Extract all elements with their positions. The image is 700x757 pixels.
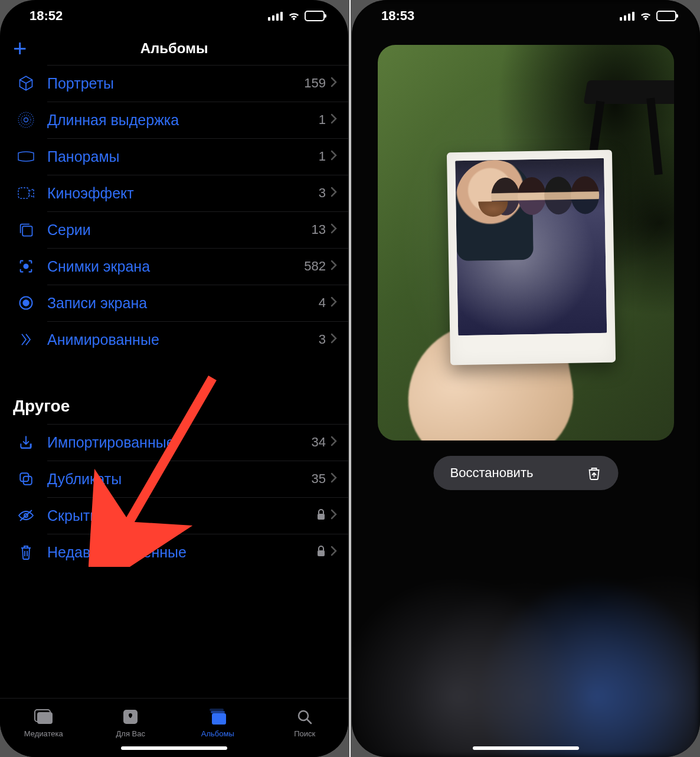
chevron-right-icon	[331, 113, 338, 126]
row-count: 582	[304, 259, 326, 274]
svg-rect-7	[18, 188, 29, 198]
target-icon	[13, 112, 39, 128]
panorama-icon	[13, 151, 39, 162]
row-long-exposure[interactable]: Длинная выдержка 1	[0, 102, 348, 138]
svg-rect-13	[20, 473, 28, 481]
chevron-right-icon	[331, 187, 338, 200]
home-indicator[interactable]	[473, 746, 579, 750]
add-album-button[interactable]: +	[13, 37, 27, 60]
row-count: 1	[319, 149, 326, 164]
svg-rect-28	[632, 12, 634, 21]
row-label: Длинная выдержка	[39, 112, 319, 129]
svg-rect-16	[318, 550, 325, 556]
svg-rect-26	[624, 15, 626, 21]
chevron-right-icon	[331, 509, 338, 522]
row-label: Анимированные	[39, 331, 319, 348]
lock-icon	[316, 508, 326, 523]
svg-rect-15	[318, 514, 325, 520]
chevron-right-icon	[331, 260, 338, 273]
cellular-icon	[268, 11, 283, 21]
row-label: Записи экрана	[39, 295, 319, 312]
wifi-icon	[287, 11, 301, 21]
tab-label: Медиатека	[24, 729, 63, 738]
row-hidden[interactable]: Скрытые	[0, 497, 348, 534]
cube-icon	[13, 75, 39, 92]
home-indicator[interactable]	[121, 746, 227, 750]
svg-rect-22	[211, 711, 225, 713]
download-icon	[13, 435, 39, 450]
row-screenshots[interactable]: Снимки экрана 582	[0, 248, 348, 285]
record-icon	[13, 295, 39, 311]
battery-percent: 57	[310, 12, 319, 21]
svg-rect-0	[268, 17, 270, 21]
albums-icon	[208, 707, 227, 727]
animated-icon	[13, 331, 39, 348]
capture-icon	[13, 258, 39, 275]
tab-label: Для Вас	[116, 729, 145, 738]
row-recently-deleted[interactable]: Недавно удаленные	[0, 534, 348, 570]
deleted-photo-preview[interactable]	[378, 45, 674, 441]
svg-rect-21	[212, 713, 226, 725]
row-screen-recordings[interactable]: Записи экрана 4	[0, 285, 348, 321]
restore-label: Восстановить	[450, 465, 534, 481]
svg-point-6	[18, 112, 34, 128]
row-panoramas[interactable]: Панорамы 1	[0, 138, 348, 175]
row-label: Портреты	[39, 75, 304, 92]
row-count: 3	[319, 332, 326, 347]
svg-rect-23	[210, 709, 224, 711]
section-other-header: Другое	[0, 380, 348, 424]
phone-right-photo-preview: 18:53 Восстановить	[352, 0, 700, 757]
page-title: Альбомы	[140, 40, 208, 57]
duplicate-icon	[13, 471, 39, 487]
row-label: Скрытые	[39, 507, 316, 524]
row-cinematic[interactable]: Киноэффект 3	[0, 175, 348, 211]
video-icon	[13, 187, 39, 200]
tab-label: Поиск	[294, 729, 315, 738]
row-count: 4	[319, 295, 326, 311]
svg-point-9	[24, 265, 28, 269]
chevron-right-icon	[331, 436, 338, 449]
row-label: Недавно удаленные	[39, 544, 316, 561]
row-bursts[interactable]: Серии 13	[0, 211, 348, 248]
tab-albums[interactable]: Альбомы	[174, 699, 261, 746]
chevron-right-icon	[331, 77, 338, 90]
lock-icon	[316, 545, 326, 559]
row-count: 1	[319, 112, 326, 128]
svg-rect-8	[22, 226, 32, 236]
chevron-right-icon	[331, 546, 338, 559]
svg-point-11	[23, 300, 28, 305]
polaroid-in-photo	[447, 150, 616, 366]
chevron-right-icon	[331, 296, 338, 309]
row-animated[interactable]: Анимированные 3	[0, 321, 348, 358]
tab-library[interactable]: Медиатека	[0, 699, 87, 746]
chevron-right-icon	[331, 150, 338, 163]
row-label: Панорамы	[39, 148, 319, 165]
row-label: Киноэффект	[39, 185, 319, 202]
eye-off-icon	[13, 509, 39, 522]
tab-search[interactable]: Поиск	[261, 699, 349, 746]
tab-label: Альбомы	[201, 729, 234, 738]
row-count: 13	[312, 222, 326, 237]
svg-point-4	[24, 118, 28, 122]
svg-point-5	[21, 115, 31, 125]
row-count: 3	[319, 185, 326, 201]
chevron-right-icon	[331, 472, 338, 485]
status-time: 18:52	[30, 8, 63, 24]
restore-button[interactable]: Восстановить	[434, 456, 619, 490]
row-portraits[interactable]: Портреты 159	[0, 65, 348, 102]
restore-icon	[586, 465, 601, 481]
chevron-right-icon	[331, 223, 338, 236]
row-duplicates[interactable]: Дубликаты 35	[0, 461, 348, 497]
library-icon	[34, 707, 54, 727]
row-label: Серии	[39, 221, 312, 239]
battery-indicator	[656, 11, 676, 21]
row-label: Импортированные	[39, 434, 312, 451]
trash-icon	[13, 544, 39, 560]
row-imported[interactable]: Импортированные 34	[0, 424, 348, 461]
albums-list: Портреты 159 Длинная выдержка 1 Панорамы…	[0, 65, 348, 698]
tab-for-you[interactable]: Для Вас	[87, 699, 175, 746]
search-icon	[296, 707, 313, 727]
stack-icon	[13, 221, 39, 238]
row-count: 159	[304, 76, 326, 91]
phone-left-albums: 18:52 57 + Альбомы Портреты 159 Длинная …	[0, 0, 348, 757]
